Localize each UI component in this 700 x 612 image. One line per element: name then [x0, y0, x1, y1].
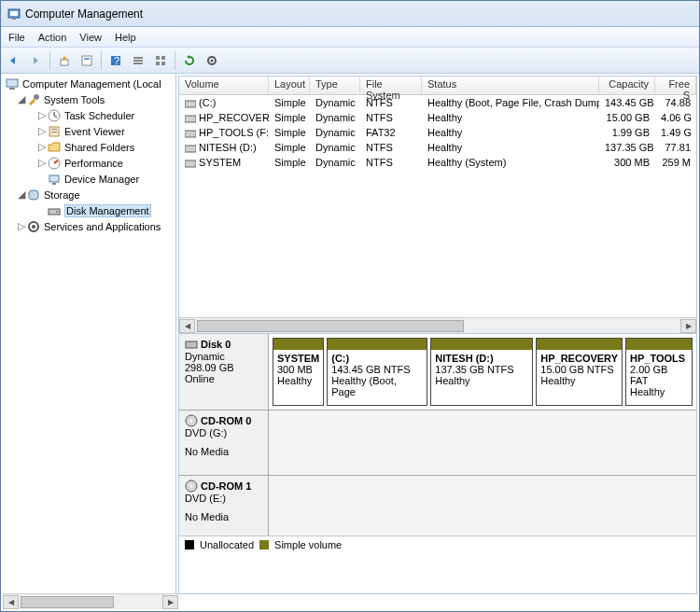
scroll-left-button[interactable]: ◀: [179, 319, 195, 333]
volume-row[interactable]: SYSTEMSimpleDynamicNTFSHealthy (System)3…: [179, 155, 696, 170]
svg-rect-18: [9, 88, 15, 90]
menu-action[interactable]: Action: [38, 32, 67, 43]
volume-row[interactable]: (C:)SimpleDynamicNTFSHealthy (Boot, Page…: [179, 95, 696, 110]
volume-row[interactable]: HP_RECOVERYSimpleDynamicNTFSHealthy15.00…: [179, 110, 696, 125]
forward-button[interactable]: [25, 50, 46, 71]
svg-rect-32: [185, 101, 196, 107]
svg-rect-33: [185, 116, 196, 122]
disk-graphical-pane: Disk 0 Dynamic 298.09 GB Online SYSTEM30…: [179, 333, 696, 593]
tree-performance[interactable]: ▷ Performance: [1, 155, 175, 171]
svg-rect-12: [161, 56, 165, 60]
cdrom-1-info: CD-ROM 1 DVD (E:) No Media: [179, 476, 269, 536]
svg-rect-4: [82, 56, 91, 65]
col-status[interactable]: Status: [422, 76, 599, 94]
menu-file[interactable]: File: [8, 32, 25, 43]
cdrom-1-row[interactable]: CD-ROM 1 DVD (E:) No Media: [179, 476, 696, 536]
content-pane: Volume Layout Type File System Status Ca…: [178, 76, 697, 594]
tree-event-viewer[interactable]: ▷ Event Viewer: [1, 123, 175, 139]
col-layout[interactable]: Layout: [269, 76, 310, 94]
collapse-icon[interactable]: ◢: [16, 93, 26, 105]
svg-rect-9: [133, 60, 143, 62]
view-detail-button[interactable]: [150, 50, 171, 71]
svg-point-41: [190, 485, 193, 488]
expand-icon[interactable]: ▷: [36, 141, 47, 153]
collapse-icon[interactable]: ◢: [16, 188, 26, 201]
back-button[interactable]: [3, 50, 23, 71]
expand-icon[interactable]: ▷: [36, 157, 47, 169]
disk-0-info: Disk 0 Dynamic 298.09 GB Online: [179, 334, 269, 410]
tree-system-tools[interactable]: ◢ System Tools: [1, 91, 175, 107]
col-type[interactable]: Type: [310, 76, 360, 94]
tree-task-scheduler[interactable]: ▷ Task Scheduler: [1, 107, 175, 123]
col-volume[interactable]: Volume: [179, 76, 269, 94]
svg-rect-34: [185, 131, 196, 137]
view-list-button[interactable]: [128, 50, 148, 71]
scroll-right-button[interactable]: ▶: [680, 319, 696, 333]
tree-scrollbar[interactable]: ◀ ▶: [3, 593, 178, 609]
tree-storage[interactable]: ◢ Storage: [1, 187, 175, 202]
folder-icon: [47, 140, 62, 155]
cdrom-0-row[interactable]: CD-ROM 0 DVD (G:) No Media: [179, 410, 696, 476]
scroll-thumb[interactable]: [197, 320, 464, 332]
tree-root[interactable]: Computer Management (Local: [1, 76, 175, 91]
partition[interactable]: (C:)143.45 GB NTFSHealthy (Boot, Page: [327, 338, 427, 406]
partition[interactable]: SYSTEM300 MBHealthy: [273, 338, 324, 406]
col-free[interactable]: Free S: [655, 76, 696, 94]
legend-unallocated-label: Unallocated: [200, 539, 254, 550]
tree-services[interactable]: ▷ Services and Applications: [1, 218, 175, 234]
tree-pane: Computer Management (Local ◢ System Tool…: [1, 74, 176, 596]
svg-rect-36: [185, 160, 196, 167]
menu-help[interactable]: Help: [115, 32, 136, 43]
tree-device-manager[interactable]: Device Manager: [1, 171, 175, 187]
volume-header: Volume Layout Type File System Status Ca…: [179, 76, 696, 95]
cdrom-icon: [185, 480, 198, 493]
volume-row[interactable]: NITESH (D:)SimpleDynamicNTFSHealthy137.3…: [179, 140, 696, 155]
volume-row[interactable]: HP_TOOLS (F:)SimpleDynamicFAT32Healthy1.…: [179, 125, 696, 140]
expand-icon[interactable]: ▷: [36, 125, 47, 137]
legend-simple-label: Simple volume: [274, 539, 342, 550]
storage-icon: [26, 188, 41, 202]
scroll-left-button[interactable]: ◀: [3, 595, 19, 609]
partition[interactable]: HP_TOOLS2.00 GB FATHealthy: [625, 338, 693, 406]
properties-button[interactable]: [77, 50, 97, 71]
svg-rect-22: [51, 129, 57, 130]
volume-scrollbar[interactable]: ◀ ▶: [179, 317, 696, 333]
menu-view[interactable]: View: [79, 32, 102, 43]
volume-list: Volume Layout Type File System Status Ca…: [179, 76, 696, 317]
up-button[interactable]: [54, 50, 75, 71]
legend: Unallocated Simple volume: [179, 536, 696, 552]
disk-icon: [185, 338, 198, 351]
partition[interactable]: NITESH (D:)137.35 GB NTFSHealthy: [430, 338, 533, 406]
device-icon: [47, 172, 62, 187]
scroll-track[interactable]: [195, 319, 680, 333]
partition[interactable]: HP_RECOVERY15.00 GB NTFSHealthy: [536, 338, 623, 406]
svg-rect-13: [156, 62, 160, 65]
title-bar: Computer Management: [1, 1, 699, 27]
col-capacity[interactable]: Capacity: [599, 76, 655, 94]
help-button[interactable]: ?: [105, 50, 126, 71]
expand-icon[interactable]: ▷: [36, 109, 47, 121]
svg-rect-28: [49, 209, 60, 215]
settings-button[interactable]: [202, 50, 222, 71]
svg-rect-3: [61, 60, 68, 65]
svg-text:?: ?: [114, 55, 119, 66]
cdrom-icon: [185, 414, 198, 427]
refresh-button[interactable]: [179, 50, 200, 71]
svg-rect-10: [133, 63, 143, 64]
services-icon: [26, 219, 41, 234]
expand-icon[interactable]: ▷: [16, 220, 26, 232]
menu-bar: File Action View Help: [1, 27, 699, 48]
cdrom-0-info: CD-ROM 0 DVD (G:) No Media: [179, 410, 269, 475]
svg-rect-1: [10, 11, 18, 16]
toolbar: ?: [1, 48, 699, 74]
svg-point-16: [211, 59, 214, 62]
col-filesystem[interactable]: File System: [360, 76, 422, 94]
disk-0-row[interactable]: Disk 0 Dynamic 298.09 GB Online SYSTEM30…: [179, 334, 696, 410]
tree-disk-management[interactable]: Disk Management: [1, 202, 175, 218]
event-icon: [47, 124, 62, 139]
svg-point-31: [32, 225, 35, 229]
tree-shared-folders[interactable]: ▷ Shared Folders: [1, 139, 175, 155]
scroll-right-button[interactable]: ▶: [162, 595, 178, 609]
svg-point-19: [34, 94, 39, 100]
svg-rect-8: [133, 57, 143, 59]
